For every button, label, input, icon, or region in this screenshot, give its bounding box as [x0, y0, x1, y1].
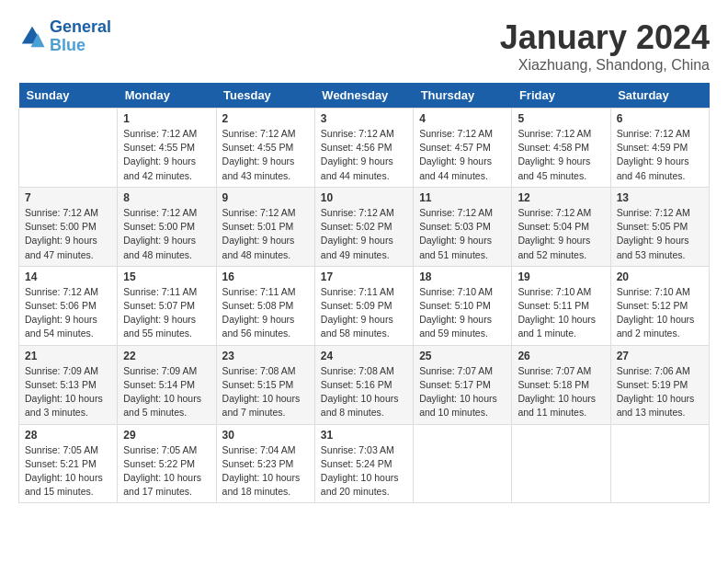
calendar-cell: 17Sunrise: 7:11 AMSunset: 5:09 PMDayligh…	[314, 266, 413, 345]
day-number: 6	[617, 112, 703, 125]
calendar-cell: 21Sunrise: 7:09 AMSunset: 5:13 PMDayligh…	[19, 345, 118, 424]
calendar-cell: 30Sunrise: 7:04 AMSunset: 5:23 PMDayligh…	[216, 424, 314, 503]
calendar-cell	[610, 424, 709, 503]
day-info: Sunrise: 7:12 AMSunset: 5:06 PMDaylight:…	[25, 285, 111, 341]
day-number: 2	[222, 112, 309, 125]
day-info: Sunrise: 7:05 AMSunset: 5:22 PMDaylight:…	[123, 443, 210, 500]
location-subtitle: Xiazhuang, Shandong, China	[500, 57, 710, 74]
day-number: 1	[123, 112, 210, 125]
calendar-day-header: Tuesday	[216, 83, 314, 109]
calendar-body: 1Sunrise: 7:12 AMSunset: 4:55 PMDaylight…	[19, 109, 710, 503]
day-info: Sunrise: 7:12 AMSunset: 4:58 PMDaylight:…	[518, 127, 604, 183]
calendar-cell: 19Sunrise: 7:10 AMSunset: 5:11 PMDayligh…	[512, 266, 610, 345]
day-info: Sunrise: 7:12 AMSunset: 5:04 PMDaylight:…	[518, 206, 604, 262]
calendar-cell: 28Sunrise: 7:05 AMSunset: 5:21 PMDayligh…	[19, 424, 118, 503]
calendar-cell: 4Sunrise: 7:12 AMSunset: 4:57 PMDaylight…	[414, 109, 512, 188]
day-info: Sunrise: 7:12 AMSunset: 4:55 PMDaylight:…	[222, 127, 309, 183]
day-info: Sunrise: 7:12 AMSunset: 5:00 PMDaylight:…	[123, 206, 210, 262]
page-header: GeneralBlue January 2024 Xiazhuang, Shan…	[18, 18, 710, 74]
day-number: 21	[25, 350, 111, 362]
day-info: Sunrise: 7:07 AMSunset: 5:18 PMDaylight:…	[518, 364, 604, 420]
calendar-week-row: 21Sunrise: 7:09 AMSunset: 5:13 PMDayligh…	[19, 345, 710, 424]
calendar-day-header: Monday	[118, 83, 216, 109]
day-number: 27	[617, 350, 703, 362]
month-title: January 2024	[500, 18, 710, 57]
calendar-cell: 13Sunrise: 7:12 AMSunset: 5:05 PMDayligh…	[610, 187, 709, 266]
calendar-cell: 15Sunrise: 7:11 AMSunset: 5:07 PMDayligh…	[118, 266, 216, 345]
calendar-cell: 9Sunrise: 7:12 AMSunset: 5:01 PMDaylight…	[216, 187, 314, 266]
day-number: 9	[222, 191, 309, 204]
calendar-day-header: Thursday	[414, 83, 512, 109]
calendar-cell	[19, 109, 118, 188]
day-info: Sunrise: 7:07 AMSunset: 5:17 PMDaylight:…	[419, 364, 506, 420]
calendar-cell: 23Sunrise: 7:08 AMSunset: 5:15 PMDayligh…	[216, 345, 314, 424]
day-info: Sunrise: 7:12 AMSunset: 5:02 PMDaylight:…	[321, 206, 407, 262]
calendar-cell	[512, 424, 610, 503]
day-info: Sunrise: 7:12 AMSunset: 4:55 PMDaylight:…	[123, 127, 210, 183]
day-number: 13	[617, 191, 703, 204]
calendar-cell: 31Sunrise: 7:03 AMSunset: 5:24 PMDayligh…	[314, 424, 413, 503]
calendar-cell: 12Sunrise: 7:12 AMSunset: 5:04 PMDayligh…	[512, 187, 610, 266]
day-number: 3	[321, 112, 407, 125]
day-info: Sunrise: 7:12 AMSunset: 5:05 PMDaylight:…	[617, 206, 703, 262]
day-info: Sunrise: 7:05 AMSunset: 5:21 PMDaylight:…	[25, 443, 111, 500]
day-info: Sunrise: 7:12 AMSunset: 5:03 PMDaylight:…	[419, 206, 506, 262]
day-number: 17	[321, 270, 407, 283]
calendar-week-row: 14Sunrise: 7:12 AMSunset: 5:06 PMDayligh…	[19, 266, 710, 345]
day-info: Sunrise: 7:08 AMSunset: 5:16 PMDaylight:…	[321, 364, 407, 420]
day-info: Sunrise: 7:06 AMSunset: 5:19 PMDaylight:…	[617, 364, 703, 420]
day-info: Sunrise: 7:09 AMSunset: 5:13 PMDaylight:…	[25, 364, 111, 420]
day-info: Sunrise: 7:12 AMSunset: 4:59 PMDaylight:…	[617, 127, 703, 183]
day-info: Sunrise: 7:08 AMSunset: 5:15 PMDaylight:…	[222, 364, 309, 420]
calendar-cell: 20Sunrise: 7:10 AMSunset: 5:12 PMDayligh…	[610, 266, 709, 345]
day-number: 28	[25, 429, 111, 442]
day-info: Sunrise: 7:12 AMSunset: 4:57 PMDaylight:…	[419, 127, 506, 183]
calendar-cell: 24Sunrise: 7:08 AMSunset: 5:16 PMDayligh…	[314, 345, 413, 424]
day-info: Sunrise: 7:12 AMSunset: 5:01 PMDaylight:…	[222, 206, 309, 262]
day-info: Sunrise: 7:09 AMSunset: 5:14 PMDaylight:…	[123, 364, 210, 420]
title-block: January 2024 Xiazhuang, Shandong, China	[500, 18, 710, 74]
day-number: 5	[518, 112, 604, 125]
calendar-day-header: Wednesday	[314, 83, 413, 109]
calendar-cell: 8Sunrise: 7:12 AMSunset: 5:00 PMDaylight…	[118, 187, 216, 266]
logo-icon	[18, 23, 46, 51]
day-number: 18	[419, 270, 506, 283]
day-number: 31	[321, 429, 407, 442]
calendar-cell: 5Sunrise: 7:12 AMSunset: 4:58 PMDaylight…	[512, 109, 610, 188]
calendar-day-header: Saturday	[610, 83, 709, 109]
day-info: Sunrise: 7:11 AMSunset: 5:09 PMDaylight:…	[321, 285, 407, 341]
calendar-cell: 2Sunrise: 7:12 AMSunset: 4:55 PMDaylight…	[216, 109, 314, 188]
calendar-cell: 16Sunrise: 7:11 AMSunset: 5:08 PMDayligh…	[216, 266, 314, 345]
day-number: 4	[419, 112, 506, 125]
calendar-day-header: Sunday	[19, 83, 118, 109]
calendar-week-row: 7Sunrise: 7:12 AMSunset: 5:00 PMDaylight…	[19, 187, 710, 266]
calendar-cell: 11Sunrise: 7:12 AMSunset: 5:03 PMDayligh…	[414, 187, 512, 266]
calendar-cell: 6Sunrise: 7:12 AMSunset: 4:59 PMDaylight…	[610, 109, 709, 188]
day-number: 30	[222, 429, 309, 442]
calendar-cell: 10Sunrise: 7:12 AMSunset: 5:02 PMDayligh…	[314, 187, 413, 266]
calendar-cell: 1Sunrise: 7:12 AMSunset: 4:55 PMDaylight…	[118, 109, 216, 188]
day-info: Sunrise: 7:11 AMSunset: 5:07 PMDaylight:…	[123, 285, 210, 341]
day-info: Sunrise: 7:10 AMSunset: 5:11 PMDaylight:…	[518, 285, 604, 341]
day-number: 26	[518, 350, 604, 362]
calendar-cell	[414, 424, 512, 503]
day-number: 24	[321, 350, 407, 362]
day-number: 29	[123, 429, 210, 442]
day-info: Sunrise: 7:11 AMSunset: 5:08 PMDaylight:…	[222, 285, 309, 341]
day-number: 11	[419, 191, 506, 204]
day-number: 10	[321, 191, 407, 204]
calendar-week-row: 1Sunrise: 7:12 AMSunset: 4:55 PMDaylight…	[19, 109, 710, 188]
calendar-day-header: Friday	[512, 83, 610, 109]
calendar-cell: 7Sunrise: 7:12 AMSunset: 5:00 PMDaylight…	[19, 187, 118, 266]
day-number: 19	[518, 270, 604, 283]
day-number: 23	[222, 350, 309, 362]
calendar-cell: 3Sunrise: 7:12 AMSunset: 4:56 PMDaylight…	[314, 109, 413, 188]
logo: GeneralBlue	[18, 18, 111, 55]
calendar-cell: 22Sunrise: 7:09 AMSunset: 5:14 PMDayligh…	[118, 345, 216, 424]
calendar-cell: 29Sunrise: 7:05 AMSunset: 5:22 PMDayligh…	[118, 424, 216, 503]
day-number: 12	[518, 191, 604, 204]
day-info: Sunrise: 7:12 AMSunset: 5:00 PMDaylight:…	[25, 206, 111, 262]
calendar-cell: 18Sunrise: 7:10 AMSunset: 5:10 PMDayligh…	[414, 266, 512, 345]
calendar-header-row: SundayMondayTuesdayWednesdayThursdayFrid…	[19, 83, 710, 109]
day-number: 15	[123, 270, 210, 283]
